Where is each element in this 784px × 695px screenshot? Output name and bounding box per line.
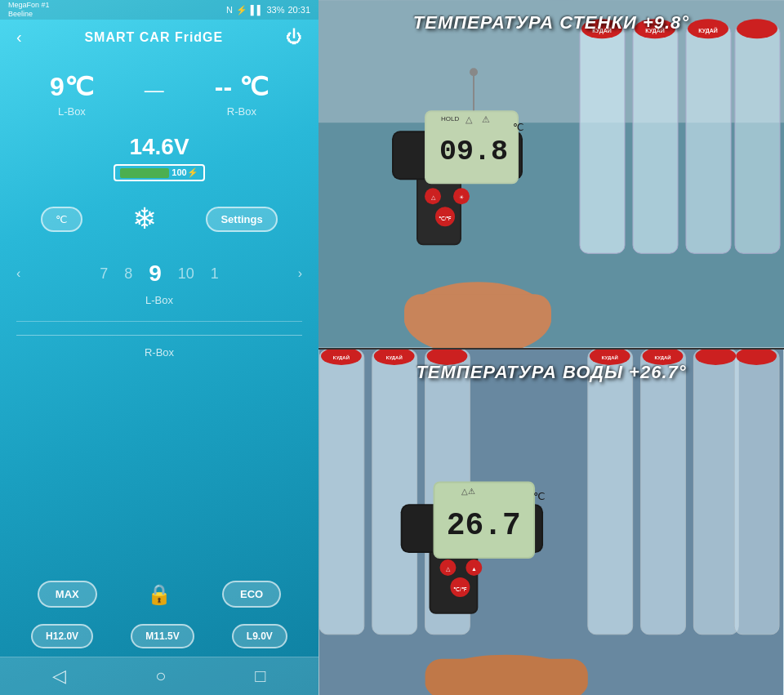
- controls-row: ℃ ❄ Settings: [0, 189, 318, 248]
- nav-home-button[interactable]: ○: [155, 666, 166, 687]
- picker-num-10: 10: [178, 265, 194, 283]
- picker-num-8: 8: [124, 265, 132, 283]
- settings-button[interactable]: Settings: [206, 207, 277, 232]
- temp-separator: —: [145, 78, 164, 101]
- svg-rect-39: [588, 350, 633, 635]
- rbox-label: R-Box: [227, 105, 256, 118]
- rbox-section-label: R-Box: [0, 342, 318, 363]
- signal-icon: ▌▌: [251, 5, 264, 15]
- status-bar: MegaFon #1 Beeline N ⚡ ▌▌ 33% 20:31: [0, 0, 318, 20]
- m-voltage-button[interactable]: M11.5V: [131, 624, 194, 648]
- battery-percent: 100⚡: [172, 167, 198, 178]
- svg-rect-2: [580, 25, 625, 253]
- lbox-temp-value: 9℃: [50, 71, 94, 102]
- svg-text:☀: ☀: [459, 194, 464, 200]
- battery-indicator: 100⚡: [114, 164, 204, 181]
- lbox-temp: 9℃ L-Box: [50, 71, 94, 118]
- app-panel: MegaFon #1 Beeline N ⚡ ▌▌ 33% 20:31 ‹ SM…: [0, 0, 318, 695]
- photo-bottom: КУДАЙ КУДАЙ КУДАЙ КУДАЙ 26.7 ℃: [318, 348, 784, 696]
- top-photo-label: ТЕМПЕРАТУРА СТЕНКИ +9.8°: [318, 12, 784, 33]
- lbox-picker-label: L-Box: [145, 294, 173, 306]
- svg-rect-14: [404, 294, 551, 335]
- lbox-picker: ‹ 7 8 9 10 1 › L-Box: [0, 248, 318, 314]
- rbox-line-left: [16, 335, 302, 336]
- svg-rect-37: [372, 350, 417, 635]
- top-scene-svg: КУДАЙ КУДАЙ КУДАЙ 09.8 ℃ HOL: [318, 0, 784, 348]
- svg-text:℃/℉: ℃/℉: [453, 586, 467, 591]
- carrier2-label: Beeline: [8, 10, 50, 19]
- svg-text:КУДАЙ: КУДАЙ: [386, 354, 403, 359]
- nav-bar: ◁ ○ □: [0, 657, 318, 695]
- svg-point-33: [470, 68, 478, 76]
- nav-recent-button[interactable]: □: [255, 666, 265, 687]
- svg-text:26.7: 26.7: [447, 508, 521, 543]
- bottom-photo-label: ТЕМПЕРАТУРА ВОДЫ +26.7°: [318, 362, 784, 383]
- l-voltage-button[interactable]: L9.0V: [232, 624, 287, 648]
- status-right: N ⚡ ▌▌ 33% 20:31: [226, 5, 310, 16]
- svg-text:⚠: ⚠: [482, 114, 490, 124]
- photo-top: КУДАЙ КУДАЙ КУДАЙ 09.8 ℃ HOL: [318, 0, 784, 348]
- photo-panel: КУДАЙ КУДАЙ КУДАЙ 09.8 ℃ HOL: [318, 0, 784, 695]
- bottom-controls: MAX 🔒 ECO: [0, 571, 318, 617]
- temperature-display: 9℃ L-Box — -- ℃ R-Box: [0, 55, 318, 122]
- back-button[interactable]: ‹: [16, 28, 22, 47]
- svg-text:℃: ℃: [533, 490, 546, 502]
- svg-text:℃: ℃: [513, 122, 523, 133]
- picker-row: ‹ 7 8 9 10 1 ›: [0, 256, 318, 291]
- svg-text:△: △: [466, 114, 473, 124]
- svg-rect-55: [425, 658, 588, 695]
- app-title: SMART CAR FridGE: [84, 30, 223, 45]
- svg-rect-41: [693, 350, 738, 635]
- eco-button[interactable]: ECO: [222, 581, 281, 608]
- svg-rect-3: [633, 25, 678, 253]
- rbox-temp-value: -- ℃: [215, 71, 269, 102]
- svg-rect-4: [686, 25, 731, 253]
- max-button[interactable]: MAX: [38, 581, 97, 608]
- svg-rect-36: [319, 350, 364, 635]
- voltage-value: 14.6V: [129, 134, 189, 160]
- carrier-info: MegaFon #1 Beeline: [8, 1, 50, 19]
- svg-rect-42: [734, 350, 779, 635]
- svg-text:△⚠: △⚠: [461, 487, 475, 496]
- top-nav: ‹ SMART CAR FridGE ⏻: [0, 20, 318, 55]
- lock-icon[interactable]: 🔒: [147, 583, 172, 606]
- picker-numbers: 7 8 9 10 1: [27, 261, 291, 287]
- picker-num-1: 1: [211, 265, 219, 283]
- svg-rect-40: [641, 350, 686, 635]
- celsius-button[interactable]: ℃: [41, 207, 82, 232]
- picker-right-arrow[interactable]: ›: [298, 266, 302, 281]
- nfc-icon: N: [226, 5, 233, 15]
- voltage-row: H12.0V M11.5V L9.0V: [0, 617, 318, 657]
- svg-text:09.8: 09.8: [439, 136, 508, 168]
- svg-text:КУДАЙ: КУДАЙ: [333, 354, 350, 359]
- battery-section: 14.6V 100⚡: [0, 122, 318, 189]
- nav-back-button[interactable]: ◁: [52, 666, 66, 687]
- svg-text:▲: ▲: [471, 566, 477, 572]
- time-label: 20:31: [287, 5, 310, 15]
- svg-text:℃/℉: ℃/℉: [439, 216, 452, 221]
- bluetooth-icon: ⚡: [236, 5, 247, 16]
- rbox-temp: -- ℃ R-Box: [215, 71, 269, 118]
- carrier1-label: MegaFon #1: [8, 1, 50, 10]
- picker-num-7: 7: [100, 265, 108, 283]
- h-voltage-button[interactable]: H12.0V: [31, 624, 93, 648]
- svg-text:КУДАЙ: КУДАЙ: [654, 354, 670, 359]
- svg-rect-5: [735, 25, 780, 253]
- divider-1: [16, 321, 302, 322]
- snowflake-icon: ❄: [132, 202, 157, 236]
- picker-left-arrow[interactable]: ‹: [16, 266, 20, 281]
- battery-status: 33%: [266, 5, 284, 15]
- bottom-scene-svg: КУДАЙ КУДАЙ КУДАЙ КУДАЙ 26.7 ℃: [318, 350, 784, 696]
- battery-bar: [120, 168, 169, 178]
- power-button[interactable]: ⏻: [286, 28, 302, 47]
- lbox-label: L-Box: [58, 105, 86, 118]
- picker-num-9-active: 9: [149, 261, 162, 287]
- svg-text:КУДАЙ: КУДАЙ: [602, 354, 618, 359]
- svg-text:HOLD: HOLD: [441, 115, 459, 123]
- rbox-section: [0, 328, 318, 342]
